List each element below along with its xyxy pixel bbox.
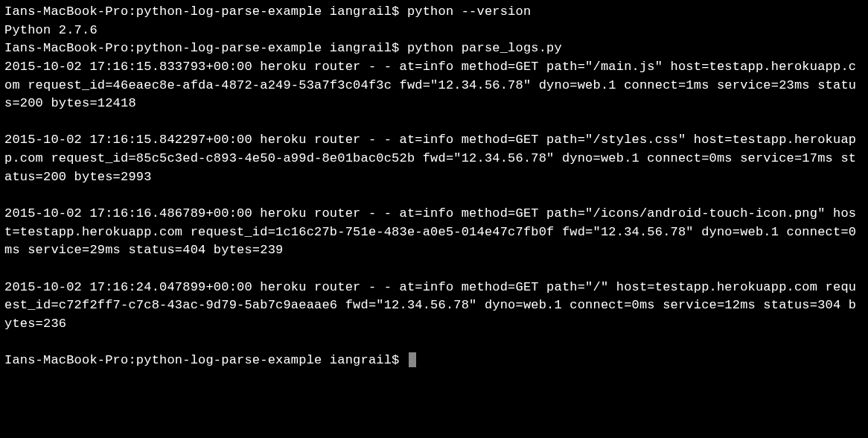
blank-line (4, 186, 864, 205)
shell-prompt: Ians-MacBook-Pro:python-log-parse-exampl… (4, 41, 407, 55)
command-text: python --version (407, 4, 531, 19)
terminal-window[interactable]: Ians-MacBook-Pro:python-log-parse-exampl… (4, 3, 864, 370)
log-entry: 2015-10-02 17:16:15.833793+00:00 heroku … (4, 58, 864, 113)
command-output: Python 2.7.6 (4, 22, 864, 40)
log-entry: 2015-10-02 17:16:15.842297+00:00 heroku … (4, 131, 864, 186)
blank-line (4, 260, 864, 279)
shell-prompt: Ians-MacBook-Pro:python-log-parse-exampl… (4, 353, 407, 367)
command-text: python parse_logs.py (407, 41, 562, 55)
blank-line (4, 334, 864, 352)
log-entry: 2015-10-02 17:16:16.486789+00:00 heroku … (4, 205, 864, 260)
blank-line (4, 113, 864, 132)
shell-prompt: Ians-MacBook-Pro:python-log-parse-exampl… (4, 4, 407, 19)
log-entry: 2015-10-02 17:16:24.047899+00:00 heroku … (4, 279, 864, 334)
cursor-icon (409, 352, 416, 367)
